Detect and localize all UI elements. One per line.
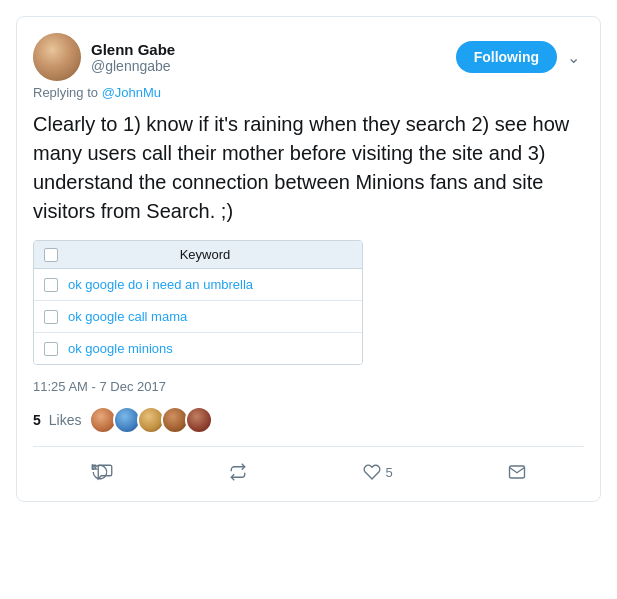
user-name[interactable]: Glenn Gabe	[91, 41, 175, 58]
reply-button[interactable]	[83, 459, 122, 485]
tweet-timestamp: 11:25 AM - 7 Dec 2017	[33, 379, 584, 394]
keyword-link-1[interactable]: ok google do i need an umbrella	[68, 277, 253, 292]
tweet-header-right: Following ⌄	[456, 41, 584, 73]
likes-label: Likes	[49, 412, 82, 428]
keyword-table-header: Keyword	[34, 241, 362, 269]
keyword-row: ok google call mama	[34, 301, 362, 333]
keyword-link-3[interactable]: ok google minions	[68, 341, 173, 356]
likes-count: 5	[33, 412, 41, 428]
replying-to-prefix: Replying to	[33, 85, 102, 100]
keyword-link-2[interactable]: ok google call mama	[68, 309, 187, 324]
retweet-icon	[229, 463, 247, 481]
header-checkbox[interactable]	[44, 248, 58, 262]
row-checkbox-2[interactable]	[44, 310, 58, 324]
replying-to: Replying to @JohnMu	[33, 85, 584, 100]
liker-avatars	[89, 406, 213, 434]
mention-link[interactable]: @JohnMu	[102, 85, 161, 100]
keyword-row: ok google do i need an umbrella	[34, 269, 362, 301]
user-handle[interactable]: @glenngabe	[91, 58, 175, 74]
keyword-row: ok google minions	[34, 333, 362, 364]
tweet-likes: 5 Likes	[33, 406, 584, 447]
avatar[interactable]	[33, 33, 81, 81]
row-checkbox-1[interactable]	[44, 278, 58, 292]
heart-icon	[363, 463, 381, 481]
tweet-header-left: Glenn Gabe @glenngabe	[33, 33, 175, 81]
user-info: Glenn Gabe @glenngabe	[91, 41, 175, 74]
mail-icon	[508, 463, 526, 481]
row-checkbox-3[interactable]	[44, 342, 58, 356]
retweet-button[interactable]	[221, 459, 255, 485]
like-count: 5	[386, 465, 393, 480]
tweet-text: Clearly to 1) know if it's raining when …	[33, 110, 584, 226]
dm-button[interactable]	[500, 459, 534, 485]
tweet-header: Glenn Gabe @glenngabe Following ⌄	[33, 33, 584, 81]
reply-icon	[96, 463, 114, 481]
following-button[interactable]: Following	[456, 41, 557, 73]
tweet-actions: 5	[33, 459, 584, 485]
liker-avatar-5[interactable]	[185, 406, 213, 434]
keyword-table: Keyword ok google do i need an umbrella …	[33, 240, 363, 365]
keyword-column-header: Keyword	[58, 247, 352, 262]
like-button[interactable]: 5	[355, 459, 401, 485]
tweet-card: Glenn Gabe @glenngabe Following ⌄ Replyi…	[16, 16, 601, 502]
chevron-down-icon[interactable]: ⌄	[563, 44, 584, 71]
